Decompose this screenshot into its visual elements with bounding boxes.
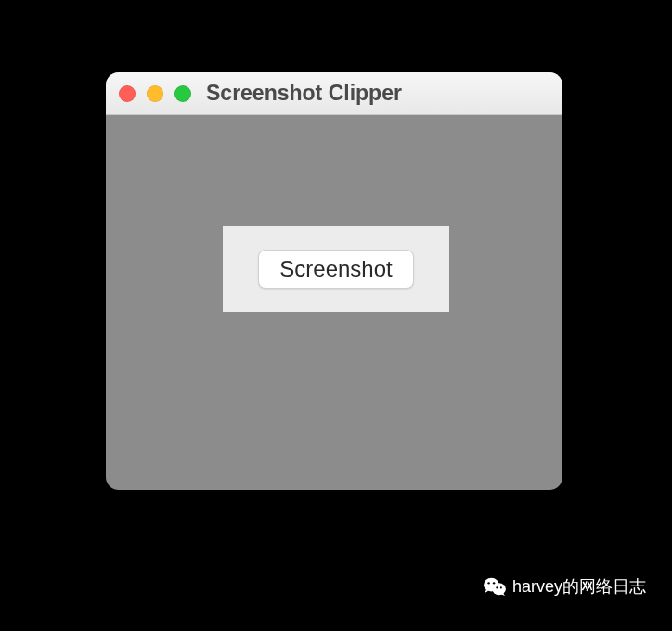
traffic-lights <box>119 85 191 102</box>
center-panel: Screenshot <box>223 226 449 312</box>
minimize-icon[interactable] <box>147 85 163 102</box>
watermark-text: harvey的网络日志 <box>512 575 646 598</box>
svg-point-1 <box>492 583 506 595</box>
svg-point-4 <box>496 586 498 588</box>
close-icon[interactable] <box>119 85 136 102</box>
svg-point-5 <box>500 586 502 588</box>
titlebar: Screenshot Clipper <box>106 72 562 115</box>
window-title: Screenshot Clipper <box>206 81 402 106</box>
svg-point-2 <box>487 582 489 584</box>
zoom-icon[interactable] <box>174 85 191 102</box>
svg-point-3 <box>493 582 495 584</box>
app-window: Screenshot Clipper Screenshot <box>106 72 562 490</box>
screenshot-button[interactable]: Screenshot <box>258 250 413 289</box>
window-content: Screenshot <box>106 115 562 490</box>
wechat-icon <box>483 576 507 597</box>
watermark: harvey的网络日志 <box>483 575 646 598</box>
